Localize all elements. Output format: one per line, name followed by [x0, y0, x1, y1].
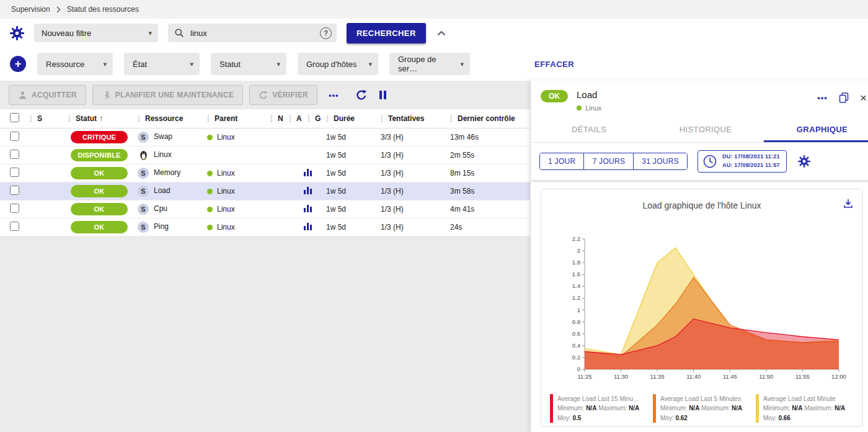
tab-details[interactable]: DÉTAILS: [531, 117, 647, 142]
download-icon[interactable]: [843, 198, 854, 209]
table-row[interactable]: OK SPing Linux 1w 5d 1/3 (H) 24s: [0, 218, 530, 236]
resource-name[interactable]: Linux: [154, 150, 172, 159]
search-input[interactable]: [190, 29, 314, 38]
parent-name[interactable]: Linux: [217, 133, 235, 142]
filter-resource-select[interactable]: Ressource ▾: [37, 53, 113, 75]
filter-bar: Nouveau filtre ▾ ? RECHERCHER: [0, 19, 868, 47]
row-checkbox[interactable]: [10, 204, 19, 213]
column-drag-handle-icon[interactable]: ⋮: [27, 114, 35, 123]
parent-name[interactable]: Linux: [217, 205, 235, 214]
row-checkbox[interactable]: [10, 186, 19, 195]
col-header-duration[interactable]: Durée: [334, 114, 355, 123]
parent-name[interactable]: Linux: [217, 169, 235, 178]
refresh-icon[interactable]: [355, 89, 367, 101]
resource-name[interactable]: Memory: [154, 168, 180, 177]
col-header-last-check[interactable]: Dernier contrôle: [458, 114, 515, 123]
last-check-cell: 8m 15s: [446, 164, 530, 182]
pause-icon[interactable]: [379, 91, 386, 99]
custom-period-picker[interactable]: DU: 17/08/2021 11:21 AU: 17/08/2021 11:5…: [698, 150, 787, 173]
saved-filter-select[interactable]: Nouveau filtre ▾: [34, 24, 158, 42]
column-drag-handle-icon[interactable]: ⋮: [268, 114, 275, 123]
legend-item[interactable]: Average Load Last 15 Minu .. Minimum: N/…: [550, 394, 648, 423]
svg-text:2.2: 2.2: [572, 235, 580, 242]
resource-name[interactable]: Load: [154, 186, 170, 195]
actions-toolbar: ACQUITTER PLANIFIER UNE MAINTENANCE VÉRI…: [0, 81, 530, 109]
graph-settings-gear-icon[interactable]: [798, 155, 810, 168]
col-header-g[interactable]: G: [315, 114, 321, 123]
tries-cell: 3/3 (H): [377, 128, 446, 146]
settings-gear-icon[interactable]: [10, 26, 24, 40]
col-header-status[interactable]: Statut: [76, 114, 97, 123]
close-icon[interactable]: ×: [860, 92, 867, 104]
column-drag-handle-icon[interactable]: ⋮: [66, 114, 73, 123]
filter-state-select[interactable]: État ▾: [124, 53, 200, 75]
table-row[interactable]: OK SCpu Linux 1w 5d 1/3 (H) 4m 41s: [0, 200, 530, 218]
select-all-checkbox[interactable]: [10, 113, 19, 122]
chevron-up-icon[interactable]: [437, 30, 446, 36]
parent-status-dot: [207, 135, 213, 140]
detail-more-icon[interactable]: •••: [817, 93, 828, 102]
filter-servicegroup-select[interactable]: Groupe de ser… ▾: [389, 53, 470, 75]
column-drag-handle-icon[interactable]: ⋮: [286, 114, 294, 123]
parent-name[interactable]: Linux: [217, 223, 235, 232]
column-drag-handle-icon[interactable]: ⋮: [324, 114, 331, 123]
add-criteria-button[interactable]: +: [10, 56, 26, 72]
graph-icon[interactable]: [304, 186, 312, 194]
legend-item[interactable]: Average Load Last Minute Minimum: N/A Ma…: [756, 394, 854, 423]
col-header-parent[interactable]: Parent: [215, 114, 237, 123]
check-button[interactable]: VÉRIFIER: [249, 85, 317, 105]
period-to-label: AU:: [722, 162, 733, 168]
tab-graphique[interactable]: GRAPHIQUE: [764, 117, 868, 142]
breadcrumb-supervision[interactable]: Supervision: [11, 5, 50, 14]
table-row[interactable]: OK SMemory Linux 1w 5d 1/3 (H) 8m 15s: [0, 164, 530, 182]
filter-status-select[interactable]: Statut ▾: [211, 53, 286, 75]
svg-text:0.8: 0.8: [572, 318, 580, 325]
table-row[interactable]: CRITIQUE SSwap Linux 1w 5d 3/3 (H) 13m 4…: [0, 128, 530, 146]
last-check-cell: 24s: [446, 218, 530, 236]
resource-name[interactable]: Cpu: [154, 204, 167, 213]
duration-cell: 1w 5d: [322, 218, 377, 236]
search-field[interactable]: ?: [168, 24, 337, 42]
more-actions-icon[interactable]: •••: [329, 91, 339, 100]
row-checkbox[interactable]: [10, 168, 19, 177]
parent-status-dot: [207, 225, 213, 230]
table-row-selected[interactable]: OK SLoad Linux 1w 5d 1/3 (H) 3m 58s: [0, 182, 530, 200]
status-badge: CRITIQUE: [71, 131, 128, 143]
sort-asc-icon[interactable]: ↑: [99, 114, 103, 123]
row-checkbox[interactable]: [10, 150, 19, 159]
column-drag-handle-icon[interactable]: ⋮: [448, 114, 455, 123]
range-7-days-button[interactable]: 7 JOURS: [583, 153, 633, 169]
range-1-day-button[interactable]: 1 JOUR: [540, 153, 583, 169]
column-drag-handle-icon[interactable]: ⋮: [205, 114, 212, 123]
acknowledge-button[interactable]: ACQUITTER: [9, 85, 86, 105]
graph-icon[interactable]: [304, 222, 312, 230]
col-header-a[interactable]: A: [296, 114, 302, 123]
resource-name[interactable]: Ping: [154, 222, 169, 231]
help-icon[interactable]: ?: [320, 27, 332, 39]
parent-status-dot: [207, 171, 213, 176]
column-drag-handle-icon[interactable]: ⋮: [378, 114, 386, 123]
column-drag-handle-icon[interactable]: ⋮: [135, 114, 143, 123]
resource-name[interactable]: Swap: [154, 132, 172, 141]
row-checkbox[interactable]: [10, 222, 19, 231]
clear-filters-button[interactable]: EFFACER: [534, 60, 574, 69]
maintenance-button[interactable]: PLANIFIER UNE MAINTENANCE: [92, 85, 244, 105]
range-31-days-button[interactable]: 31 JOURS: [633, 153, 687, 169]
table-row[interactable]: DISPONIBLE Linux 1w 5d 1/3 (H) 2m 55s: [0, 146, 530, 164]
col-header-tries[interactable]: Tentatives: [388, 114, 424, 123]
tries-cell: 1/3 (H): [377, 146, 446, 164]
filter-hostgroup-select[interactable]: Group d'hôtes ▾: [298, 53, 378, 75]
legend-color-bar: [653, 394, 656, 423]
copy-link-icon[interactable]: [839, 92, 849, 103]
col-header-resource[interactable]: Ressource: [145, 114, 183, 123]
col-header-severity[interactable]: S: [37, 114, 42, 123]
col-header-n[interactable]: N: [278, 114, 283, 123]
search-button[interactable]: RECHERCHER: [347, 23, 426, 43]
tab-historique[interactable]: HISTORIQUE: [647, 117, 764, 142]
row-checkbox[interactable]: [10, 132, 19, 141]
parent-name[interactable]: Linux: [217, 187, 235, 196]
column-drag-handle-icon[interactable]: ⋮: [305, 114, 312, 123]
graph-icon[interactable]: [304, 204, 312, 212]
graph-icon[interactable]: [304, 168, 312, 176]
legend-item[interactable]: Average Load Last 5 Minutes Minimum: N/A…: [653, 394, 751, 423]
